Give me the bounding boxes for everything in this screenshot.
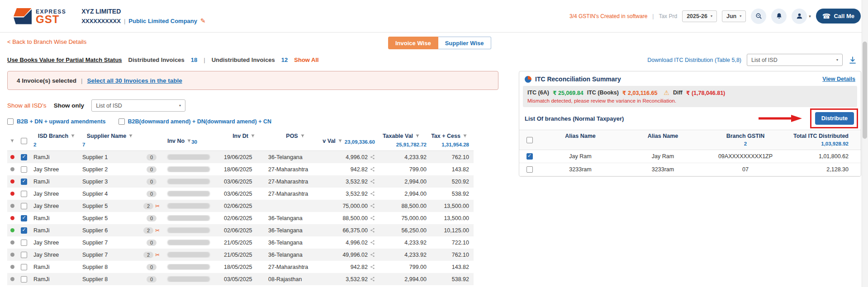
itc-books-label: ITC (Books)	[587, 89, 619, 96]
edit-icon[interactable]: ✎	[200, 17, 206, 24]
taxable-value-cell: 56,250.00	[376, 227, 429, 234]
inv_val-column-header[interactable]: Inv Val23,09,336.60	[323, 132, 376, 151]
user-button[interactable]	[792, 9, 807, 24]
select-all-checkbox[interactable]	[17, 132, 31, 151]
invoice-row[interactable]: Jay ShreeSupplier 2018/06/202527-Maharas…	[7, 163, 474, 175]
filter-icon[interactable]	[300, 134, 305, 138]
supplier-name-cell: Supplier 5	[80, 203, 138, 209]
supplier-column-header[interactable]: Supplier Name7	[80, 132, 138, 151]
view-details-link[interactable]: View Details	[822, 76, 855, 82]
tax_cess-column-header[interactable]: Tax + Cess1,31,954.28	[429, 132, 474, 151]
filter-icon[interactable]	[128, 134, 133, 138]
invoice-date-cell: 03/05/2025	[222, 276, 264, 282]
row-checkbox[interactable]	[17, 264, 31, 270]
branches-heading: List Of branches (Normal Taxpayer)	[525, 115, 624, 122]
pos-cell: 36-Telangana	[264, 240, 323, 246]
row-checkbox[interactable]	[17, 215, 31, 221]
invoice-row[interactable]: RamJiSupplier 5002/06/202536-Telangana88…	[7, 212, 474, 224]
row-checkbox[interactable]	[17, 240, 31, 246]
invoice-row[interactable]: RamJiSupplier 62✂02/06/202536-Telangana6…	[7, 224, 474, 236]
filter-icon[interactable]	[187, 139, 191, 143]
user-menu[interactable]: ▾	[792, 9, 811, 24]
invoice-row[interactable]: RamJiSupplier 8018/05/202527-Maharashtra…	[7, 261, 474, 273]
invoice-row[interactable]: Jay ShreeSupplier 4003/06/202527-Maharas…	[7, 188, 474, 200]
show-all-isds-link[interactable]: Show all ISD's	[7, 102, 47, 109]
supplier-name-cell: Supplier 5	[80, 215, 138, 221]
branch-row[interactable]: Jay RamJay Ram09AXXXXXXXXX1ZP1,01,800.62	[519, 150, 861, 163]
row-checkbox[interactable]	[17, 179, 31, 185]
bell-icon	[775, 12, 783, 20]
search-icon	[755, 12, 763, 20]
branch-checkbox[interactable]	[519, 166, 540, 173]
tax-cess-cell: 10,125.00	[429, 227, 474, 234]
select-all-link[interactable]: Select all 30 Invoices in the table	[87, 77, 182, 84]
invoice-row[interactable]: RamJiSupplier 3003/06/202527-Maharashtra…	[7, 175, 474, 188]
checkbox[interactable]	[7, 118, 14, 125]
filter-checkbox-b2b-upward[interactable]: B2B + DN + upward amendments	[7, 118, 106, 125]
filter-icon[interactable]	[71, 134, 75, 138]
invoice-wise-tab[interactable]: Invoice Wise	[388, 37, 438, 49]
supplier-wise-tab[interactable]: Supplier Wise	[438, 37, 491, 49]
app-logo[interactable]: EXPRESS GST	[14, 8, 66, 24]
notifications-button[interactable]	[771, 9, 787, 24]
invoice-row[interactable]: Jay ShreeSupplier 72✂21/05/202536-Telang…	[7, 249, 474, 261]
invoice-value-cell: 88,500.00	[323, 215, 376, 221]
branch-row[interactable]: 3233ram3233ram072,128.30	[519, 163, 861, 176]
branch-gstin-header[interactable]: Branch GSTIN	[705, 133, 786, 139]
branch-column-header[interactable]: ISD Branch2	[31, 132, 80, 151]
show-only-isd-select[interactable]: List of ISD ▾	[91, 99, 185, 112]
show-all-link[interactable]: Show All	[294, 56, 318, 63]
row-checkbox[interactable]	[17, 191, 31, 197]
branch-select-all-checkbox[interactable]	[526, 137, 533, 143]
month-select[interactable]: Jun ▾	[722, 10, 746, 22]
inv_no-column-header[interactable]: Inv No30	[166, 132, 222, 151]
supplier-name-cell: Supplier 7	[80, 252, 138, 258]
undistributed-label: Undistributed Invoices	[212, 56, 275, 63]
download-icon[interactable]	[848, 56, 857, 65]
row-checkbox[interactable]	[17, 252, 31, 258]
row-checkbox[interactable]	[17, 203, 31, 209]
distribute-button[interactable]: Distribute	[815, 112, 854, 125]
isd-branch-cell: Jay Shree	[31, 191, 80, 197]
row-checkbox[interactable]	[17, 227, 31, 234]
invoice-row[interactable]: RamJiSupplier 1019/06/202536-Telangana4,…	[7, 151, 474, 163]
invoice-date-cell: 02/06/2025	[222, 227, 264, 234]
invoice-number-redacted	[166, 215, 222, 221]
filter-icon[interactable]	[10, 139, 14, 143]
invoice-row[interactable]: Jay ShreeSupplier 52✂02/06/202575,000.00…	[7, 200, 474, 212]
books-value-link[interactable]: Use Books Value for Partial Match Status	[7, 56, 122, 63]
call-me-button[interactable]: ☎ Call Me	[816, 9, 861, 24]
branch-checkbox[interactable]	[519, 153, 540, 160]
search-button[interactable]	[751, 9, 766, 24]
row-checkbox[interactable]	[17, 154, 31, 160]
alias-name-header[interactable]: Alias Name	[540, 133, 621, 139]
match-icon	[370, 216, 375, 221]
isd-list-select[interactable]: List of ISD ▾	[747, 54, 843, 66]
financial-year-select[interactable]: 2025-26 ▾	[682, 10, 717, 22]
row-checkbox[interactable]	[17, 276, 31, 282]
filter-icon[interactable]	[463, 134, 467, 138]
taxable_val-column-header[interactable]: Taxable Val25,91,782.72	[376, 132, 429, 151]
gstin-status-link[interactable]: 3/4 GSTIN's Created in software	[569, 13, 647, 19]
back-link[interactable]: < Back to Branch Wise Details	[7, 38, 86, 45]
row-checkbox[interactable]	[17, 166, 31, 173]
scrollbar-thumb[interactable]	[863, 42, 867, 139]
alias-name-header-2[interactable]: Alias Name	[621, 133, 705, 139]
pie-chart-icon	[525, 76, 531, 83]
filter-checkbox-b2b-downward[interactable]: B2B(downward amend) + DN(downward amend)…	[119, 118, 271, 125]
inv_dt-column-header[interactable]: Inv Dt	[222, 132, 264, 151]
vertical-scrollbar[interactable]	[862, 0, 868, 287]
filter-icon[interactable]	[338, 139, 342, 143]
status-filter-header[interactable]	[7, 132, 17, 151]
pos-cell: 27-Maharashtra	[264, 264, 323, 270]
filter-icon[interactable]	[415, 134, 420, 138]
invoice-row[interactable]: Jay ShreeSupplier 7021/05/202536-Telanga…	[7, 236, 474, 249]
status-dot	[7, 240, 17, 245]
download-itc-link[interactable]: Download ITC Distribution (Table 5,8)	[647, 57, 741, 63]
total-itc-header[interactable]: Total ITC Distributed	[786, 133, 855, 139]
pos-column-header[interactable]: POS	[264, 132, 323, 151]
invoice-row[interactable]: RamJiSupplier 8003/05/202508-Rajasthan3,…	[7, 273, 474, 285]
filter-icon[interactable]	[251, 134, 255, 138]
checkbox[interactable]	[119, 118, 125, 125]
amendment-count-badge: 0	[138, 276, 166, 282]
